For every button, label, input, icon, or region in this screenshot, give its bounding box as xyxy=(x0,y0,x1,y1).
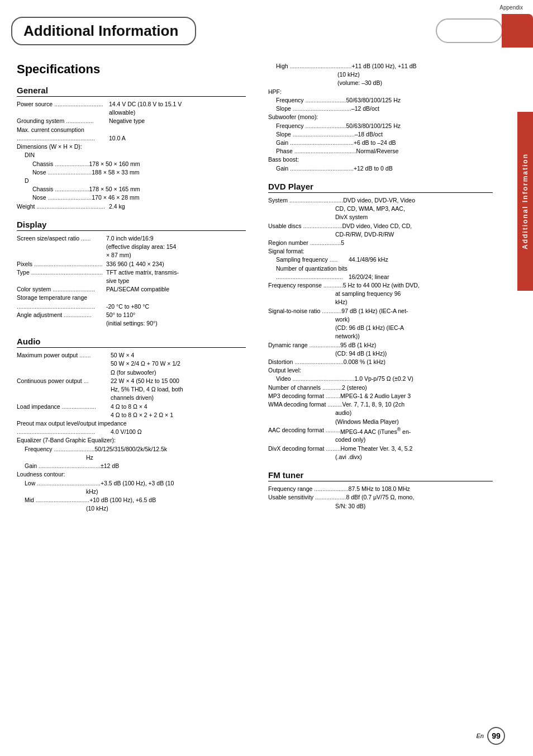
spec-row: coded only) xyxy=(268,436,493,444)
spec-row: channels driven) xyxy=(17,394,246,402)
spec-row: Video ..................................… xyxy=(268,375,493,383)
spec-row: ........................................… xyxy=(17,303,246,311)
spec-row: (CD: 96 dB (1 kHz) (IEC-A xyxy=(268,324,493,332)
spec-row: Frequency ......................... 50/6… xyxy=(268,96,493,105)
spec-row: (.avi .divx) xyxy=(268,453,493,461)
spec-row: Nose ........................... 188 × 5… xyxy=(17,168,246,177)
spec-row: DivX decoding format ......... Home Thea… xyxy=(268,445,493,453)
spec-row: Load impedance ..................... 4 Ω… xyxy=(17,403,246,411)
specs-title: Specifications xyxy=(17,62,246,77)
spec-row: network)) xyxy=(268,332,493,341)
spec-row: Number of quantization bits xyxy=(268,264,493,273)
spec-row: S/N: 30 dB) xyxy=(268,502,493,511)
spec-row: Chassis ..................... 178 × 50 ×… xyxy=(17,185,246,193)
spec-row: Nose ........................... 170 × 4… xyxy=(17,193,246,202)
spec-row: Equalizer (7-Band Graphic Equalizer): xyxy=(17,436,246,445)
spec-row: Bass boost: xyxy=(268,155,493,164)
spec-row: Pixels .................................… xyxy=(17,260,246,268)
audio-specs-continued: High ...................................… xyxy=(268,62,493,173)
display-specs: Screen size/aspect ratio ...... 7.0 inch… xyxy=(17,234,246,328)
spec-row: ........................................… xyxy=(268,273,493,281)
general-specs: Power source ...........................… xyxy=(17,100,246,211)
spec-row: ........................................… xyxy=(17,134,246,143)
spec-row: Subwoofer (mono): xyxy=(268,113,493,121)
header-section: Additional Information xyxy=(0,12,533,48)
spec-row: Storage temperature range xyxy=(17,294,246,302)
spec-row: AAC decoding format ......... MPEG-4 AAC… xyxy=(268,426,493,436)
en-label: En xyxy=(477,733,484,739)
spec-row: Mid ................................. +1… xyxy=(17,496,246,504)
spec-row: Frequency ......................... 50/6… xyxy=(268,122,493,130)
spec-row: Max. current consumption xyxy=(17,126,246,134)
left-column: Specifications General Power source ....… xyxy=(17,56,251,513)
spec-row: Dynamic range ................... 95 dB … xyxy=(268,341,493,349)
spec-row: work) xyxy=(268,315,493,324)
spec-row: WMA decoding format ......... Ver. 7, 7.… xyxy=(268,400,493,409)
section-title-fm: FM tuner xyxy=(268,470,493,481)
audio-specs: Maximum power output ....... 50 W × 4 50… xyxy=(17,351,246,513)
spec-row: Signal-to-noise ratio ............ 97 dB… xyxy=(268,307,493,315)
spec-row: Signal format: xyxy=(268,247,493,256)
page-number: 99 xyxy=(487,727,505,745)
spec-row: 4 Ω to 8 Ω × 2 + 2 Ω × 1 xyxy=(17,411,246,419)
oval-decoration xyxy=(436,18,503,43)
spec-row: Ω (for subwoofer) xyxy=(17,368,246,377)
spec-row: Gain ...................................… xyxy=(17,462,246,470)
spec-row: HPF: xyxy=(268,88,493,96)
spec-row: Phase ..................................… xyxy=(268,147,493,155)
title-box: Additional Information xyxy=(11,17,196,45)
spec-row: (Windows Media Player) xyxy=(268,418,493,426)
spec-row: Region number ................... 5 xyxy=(268,239,493,247)
section-title-audio: Audio xyxy=(17,337,246,348)
spec-row: (initial settings: 90°) xyxy=(17,319,246,328)
appendix-label: Appendix xyxy=(499,4,523,11)
spec-row: Color system .......................... … xyxy=(17,285,246,294)
spec-row: Frequency range ..................... 87… xyxy=(268,485,493,493)
spec-row: 50 W × 2/4 Ω + 70 W × 1/2 xyxy=(17,360,246,368)
spec-row: Screen size/aspect ratio ...... 7.0 inch… xyxy=(17,234,246,243)
spec-row: ........................................… xyxy=(17,428,246,436)
spec-row: Low ....................................… xyxy=(17,479,246,488)
spec-row: Angle adjustment ................. 50° t… xyxy=(17,311,246,319)
main-title: Additional Information xyxy=(23,22,178,40)
side-tab: Additional Information xyxy=(517,112,533,291)
spec-row: Gain ...................................… xyxy=(268,139,493,147)
spec-row: Usable discs ........................ DV… xyxy=(268,222,493,230)
spec-row: (10 kHz) xyxy=(17,504,246,513)
spec-row: Type ...................................… xyxy=(17,268,246,277)
spec-row: audio) xyxy=(268,409,493,417)
right-column: High ...................................… xyxy=(268,56,511,513)
spec-row: (CD: 94 dB (1 kHz)) xyxy=(268,349,493,358)
page-footer: En 99 xyxy=(477,727,505,745)
spec-row: Chassis ..................... 178 × 50 ×… xyxy=(17,160,246,168)
spec-row: High ...................................… xyxy=(268,62,493,70)
spec-row: Grounding system ................. Negat… xyxy=(17,117,246,125)
spec-row: Slope ..................................… xyxy=(268,105,493,113)
spec-row: DivX system xyxy=(268,213,493,221)
spec-row: CD-R/RW, DVD-R/RW xyxy=(268,230,493,239)
top-bar: Appendix xyxy=(0,0,533,11)
spec-row: × 87 mm) xyxy=(17,251,246,259)
spec-row: (volume: –30 dB) xyxy=(268,79,493,87)
spec-row: MP3 decoding format ......... MPEG-1 & 2… xyxy=(268,392,493,400)
spec-row: Hz xyxy=(17,453,246,462)
spec-row: System .................................… xyxy=(268,196,493,205)
red-corner-tab xyxy=(502,14,533,48)
spec-row: Preout max output level/output impedance xyxy=(17,419,246,428)
section-title-general: General xyxy=(17,86,246,97)
spec-row: Hz, 5% THD, 4 Ω load, both xyxy=(17,385,246,394)
spec-row: DIN xyxy=(17,151,246,159)
spec-row: Maximum power output ....... 50 W × 4 xyxy=(17,351,246,360)
spec-row: Number of channels ............ 2 (stere… xyxy=(268,384,493,392)
spec-row: Sampling frequency ..... 44.1/48/96 kHz xyxy=(268,256,493,264)
page: Appendix Additional Information Addition… xyxy=(0,0,533,756)
spec-row: Power source ...........................… xyxy=(17,100,246,108)
main-content: Specifications General Power source ....… xyxy=(0,51,533,518)
spec-row: Frequency response ............ 5 Hz to … xyxy=(268,281,493,290)
spec-row: Usable sensitivity ................... 8… xyxy=(268,493,493,502)
spec-row: Continuous power output ... 22 W × 4 (50… xyxy=(17,377,246,385)
spec-row: (effective display area: 154 xyxy=(17,243,246,251)
dvd-specs: System .................................… xyxy=(268,196,493,461)
spec-row: Dimensions (W × H × D): xyxy=(17,143,246,151)
spec-row: D xyxy=(17,177,246,185)
